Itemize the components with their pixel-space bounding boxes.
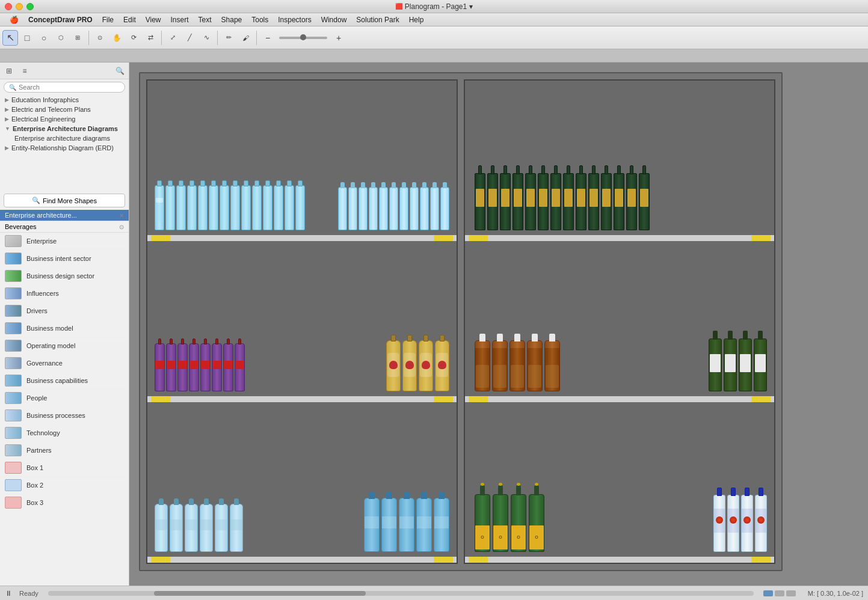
tool-polygon[interactable]: ⬡ xyxy=(53,30,69,46)
shape-item-influencers[interactable]: Influencers xyxy=(0,285,129,302)
find-shapes-icon: 🔍 xyxy=(32,197,40,204)
pause-btn[interactable]: ⏸ xyxy=(5,589,12,598)
water-bottle xyxy=(295,185,305,230)
menu-shape[interactable]: Shape xyxy=(217,14,247,25)
water-bottle xyxy=(285,185,294,230)
dark-wine-b xyxy=(754,338,767,391)
menu-file[interactable]: File xyxy=(97,14,119,25)
vodka-bottles xyxy=(713,495,767,552)
cat-enterprise[interactable]: ▼ Enterprise Architecture Diagrams xyxy=(0,124,129,133)
arrow-electric: ▶ xyxy=(5,106,9,112)
tool-zoom-out[interactable]: − xyxy=(260,30,275,46)
tool-lasso[interactable]: ⊙ xyxy=(92,30,108,46)
shape-item-box2[interactable]: Box 2 xyxy=(0,477,129,494)
tab-close-enterprise[interactable]: ✕ xyxy=(119,212,124,219)
sidebar-search-btn[interactable]: 🔍 xyxy=(113,64,126,78)
menu-app[interactable]: ConceptDraw PRO xyxy=(23,14,97,25)
shape-item-box1[interactable]: Box 1 xyxy=(0,459,129,477)
tool-curve[interactable]: ∿ xyxy=(199,30,214,46)
whiskey-b xyxy=(492,340,508,391)
shape-thumb-technology xyxy=(5,427,22,439)
dropdown-icon[interactable]: ▾ xyxy=(469,2,473,11)
menu-inspectors[interactable]: Inspectors xyxy=(273,14,316,25)
shape-tab-enterprise[interactable]: Enterprise architecture... ✕ xyxy=(0,210,129,221)
shape-item-bp[interactable]: Business processes xyxy=(0,407,129,424)
water-bottle xyxy=(198,185,208,230)
shape-item-box3[interactable]: Box 3 xyxy=(0,494,129,512)
menu-tools[interactable]: Tools xyxy=(247,14,273,25)
shape-item-drivers[interactable]: Drivers xyxy=(0,302,129,320)
canvas-area[interactable]: O O xyxy=(129,63,868,586)
menu-solution-park[interactable]: Solution Park xyxy=(351,14,404,25)
menu-window[interactable]: Window xyxy=(316,14,352,25)
water-bottle xyxy=(155,185,164,230)
shape-item-governance[interactable]: Governance xyxy=(0,355,129,372)
menu-view[interactable]: View xyxy=(141,14,166,25)
tool-pan[interactable]: ✋ xyxy=(109,30,125,46)
shape-item-bis[interactable]: Business intent sector xyxy=(0,250,129,268)
shape-item-partners[interactable]: Partners xyxy=(0,442,129,459)
shape-tab-beverages[interactable]: Beverages ⊙ xyxy=(0,221,129,233)
tool-table[interactable]: ⊞ xyxy=(70,30,85,46)
shelf-tag-r2 xyxy=(434,396,453,402)
menu-text[interactable]: Text xyxy=(194,14,217,25)
champ-b: O xyxy=(475,494,490,552)
find-more-shapes-btn[interactable]: 🔍 Find More Shapes xyxy=(4,194,125,207)
scroll-bar-h[interactable] xyxy=(48,591,754,596)
apple-menu[interactable]: 🍎 xyxy=(5,14,23,25)
soda-bottle xyxy=(200,343,211,391)
zoom-thumb[interactable] xyxy=(300,34,306,40)
menu-edit[interactable]: Edit xyxy=(119,14,141,25)
shape-item-enterprise[interactable]: Enterprise xyxy=(0,233,129,250)
water-bottles-right xyxy=(338,187,449,230)
tool-line[interactable]: ╱ xyxy=(182,30,197,46)
water-bottle xyxy=(241,185,251,230)
cat-electrical-eng[interactable]: ▶ Electrical Engineering xyxy=(0,114,129,124)
subcat-enterprise-arch[interactable]: Enterprise architecture diagrams xyxy=(0,133,129,143)
water-bottle xyxy=(263,185,272,230)
page-dot[interactable] xyxy=(786,590,796,596)
cat-electric[interactable]: ▶ Electric and Telecom Plans xyxy=(0,105,129,114)
tool-connect[interactable]: ⤢ xyxy=(165,30,180,46)
page-dot[interactable] xyxy=(775,590,784,596)
water-bottles-left xyxy=(155,185,305,230)
shape-item-people[interactable]: People xyxy=(0,390,129,407)
shape-item-om[interactable]: Operating model xyxy=(0,337,129,355)
tool-pencil[interactable]: ✏ xyxy=(221,30,236,46)
soda-bottle xyxy=(223,343,233,391)
statusbar: ⏸ Ready M: [ 0.30, 1.0e-02 ] xyxy=(0,586,868,600)
sep4 xyxy=(256,31,257,45)
menu-help[interactable]: Help xyxy=(404,14,429,25)
juice-bottle xyxy=(435,340,449,391)
tool-brush[interactable]: 🖌 xyxy=(238,30,253,46)
tool-zoom-in[interactable]: + xyxy=(331,30,346,46)
water-bottle xyxy=(220,185,229,230)
wine-bottle-dk xyxy=(576,173,586,230)
search-input[interactable] xyxy=(19,84,120,91)
tool-rotate[interactable]: ⟳ xyxy=(126,30,141,46)
maximize-button[interactable] xyxy=(26,3,34,10)
shape-thumb-bis xyxy=(5,253,22,265)
shape-thumb-bds xyxy=(5,270,22,282)
tool-ellipse[interactable]: ○ xyxy=(36,30,52,46)
tool-flip[interactable]: ⇄ xyxy=(143,30,158,46)
cat-education[interactable]: ▶ Education Infographics xyxy=(0,95,129,105)
sidebar-list-view[interactable]: ≡ xyxy=(18,64,31,78)
soda-bottles xyxy=(155,343,245,391)
shape-item-bds[interactable]: Business design sector xyxy=(0,268,129,285)
sidebar-grid-view[interactable]: ⊞ xyxy=(2,64,16,78)
tool-select[interactable]: ↖ xyxy=(2,30,18,46)
menu-insert[interactable]: Insert xyxy=(166,14,194,25)
tabbar xyxy=(0,49,868,63)
toolbar: ↖ □ ○ ⬡ ⊞ ⊙ ✋ ⟳ ⇄ ⤢ ╱ ∿ ✏ 🖌 − + xyxy=(0,26,868,49)
shape-item-bm[interactable]: Business model xyxy=(0,320,129,337)
shape-item-bc[interactable]: Business capabilities xyxy=(0,372,129,390)
minimize-button[interactable] xyxy=(16,3,23,10)
tab-close-beverages[interactable]: ⊙ xyxy=(119,224,124,230)
shape-item-technology[interactable]: Technology xyxy=(0,424,129,442)
page-dot-active[interactable] xyxy=(763,590,773,596)
cat-erd[interactable]: ▶ Entity-Relationship Diagram (ERD) xyxy=(0,143,129,153)
close-button[interactable] xyxy=(5,3,12,10)
soda-bottle xyxy=(166,343,176,391)
tool-rect[interactable]: □ xyxy=(19,30,35,46)
